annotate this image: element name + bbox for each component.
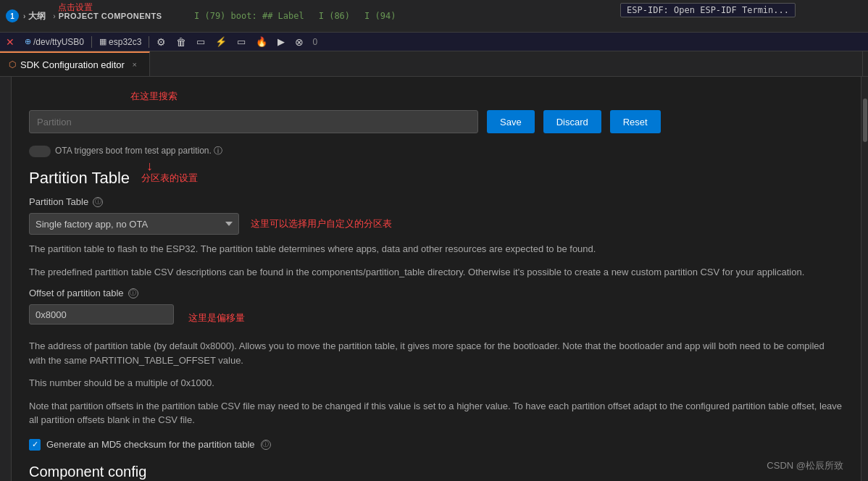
status-error-icon[interactable]: ✕	[3, 36, 17, 48]
reset-button[interactable]: Reset	[610, 110, 661, 133]
chip-icon: ▦	[99, 37, 107, 46]
project-components-label: PROJECT COMPONENTS	[59, 12, 162, 20]
partition-desc-2: The predefined partition table CSV descr…	[29, 265, 843, 280]
offset-input-row: 这里是偏移量	[29, 304, 843, 332]
offset-input[interactable]	[29, 304, 174, 325]
top-code-area: I (79) boot: ## Label I (86) I (94) ESP-…	[188, 0, 868, 32]
partition-field-label: Partition Table ⓘ	[29, 196, 843, 207]
offset-desc-2: This number should be a multiple of 0x10…	[29, 376, 843, 390]
flash-btn[interactable]: ⚡	[212, 36, 230, 47]
gear-icon: ⚙	[157, 36, 166, 48]
trash-btn[interactable]: 🗑	[173, 36, 189, 48]
partition-dropdown[interactable]: Single factory app, no OTA Factory app, …	[29, 213, 239, 235]
search-section: 在这里搜索 Save Discard Reset	[29, 110, 843, 133]
component-config-title: Component config	[29, 464, 843, 480]
save-button[interactable]: Save	[487, 110, 535, 133]
monitor-icon: ▭	[237, 36, 246, 47]
status-device[interactable]: ⊕ /dev/ttyUSB0	[22, 37, 87, 47]
gear-btn[interactable]: ⚙	[154, 36, 169, 48]
rect-btn[interactable]: ▭	[193, 36, 208, 47]
md5-checkbox-row: ✓ Generate an MD5 checksum for the parti…	[29, 439, 843, 451]
play-icon: ▶	[277, 36, 285, 47]
partition-section-header: Partition Table 分区表的设置 ↓	[29, 169, 843, 188]
stop-btn[interactable]: ⊗	[292, 36, 306, 48]
usb-icon: ⊕	[25, 37, 31, 46]
partition-annotation: 分区表的设置	[141, 172, 198, 185]
status-chip[interactable]: ▦ esp32c3	[96, 37, 144, 47]
tree-arrow-icon: ›	[23, 12, 25, 20]
right-scrollbar[interactable]	[861, 77, 868, 481]
partition-info-icon[interactable]: ⓘ	[93, 197, 103, 207]
search-row: Save Discard Reset	[29, 110, 843, 133]
status-number: 0	[312, 37, 317, 47]
watermark: CSDN @松辰所致	[767, 459, 843, 472]
outline-tree-item[interactable]: › 大纲	[23, 10, 46, 22]
status-divider-1	[91, 36, 92, 48]
stop-icon: ⊗	[295, 36, 304, 48]
top-bar-left: 1 › 大纲 › PROJECT COMPONENTS 点击设置	[0, 0, 188, 32]
md5-checkbox[interactable]: ✓	[29, 439, 41, 451]
notification-badge: 1	[6, 9, 19, 22]
fire-btn[interactable]: 🔥	[253, 36, 270, 47]
discard-button[interactable]: Discard	[543, 110, 601, 133]
main-content: 在这里搜索 Save Discard Reset OTA triggers bo…	[0, 77, 868, 481]
esp-idf-tooltip[interactable]: ESP-IDF: Open ESP-IDF Termin...	[620, 3, 796, 17]
partition-field-text: Partition Table	[29, 196, 88, 207]
partition-table-title: Partition Table 分区表的设置	[29, 169, 843, 188]
offset-desc-1: The address of partition table (by defau…	[29, 339, 843, 367]
offset-label-text: Offset of partition table	[29, 288, 124, 298]
project-tree-item[interactable]: › PROJECT COMPONENTS	[53, 12, 162, 20]
chip-label: esp32c3	[109, 37, 141, 47]
device-label: /dev/ttyUSB0	[33, 37, 84, 47]
status-bar: ✕ ⊕ /dev/ttyUSB0 ▦ esp32c3 ⚙ 🗑 ▭ ⚡ ▭ 🔥 ▶…	[0, 33, 868, 51]
play-btn[interactable]: ▶	[275, 36, 288, 47]
trash-icon: 🗑	[176, 36, 186, 48]
search-annotation: 在这里搜索	[130, 90, 178, 103]
offset-annotation: 这里是偏移量	[188, 311, 245, 325]
offset-info-icon[interactable]: ⓘ	[128, 288, 138, 298]
md5-checkbox-label: Generate an MD5 checksum for the partiti…	[46, 439, 255, 450]
offset-field-label: Offset of partition table ⓘ	[29, 288, 843, 298]
project-arrow-icon: ›	[53, 12, 55, 20]
close-circle-icon: ✕	[6, 36, 14, 48]
ota-label: OTA triggers boot from test app partitio…	[55, 145, 222, 157]
checkmark-icon: ✓	[32, 440, 38, 449]
tab-spacer	[150, 51, 862, 76]
outline-label: 大纲	[28, 10, 46, 22]
ota-trigger-text: OTA triggers boot from test app partitio…	[29, 145, 843, 162]
partition-title-text: Partition Table	[29, 169, 130, 188]
offset-desc-3: Note that partition offsets in the parti…	[29, 399, 843, 427]
tab-close-btn[interactable]: ×	[129, 59, 141, 70]
monitor-btn[interactable]: ▭	[234, 36, 249, 47]
sdk-config-tab[interactable]: ⬡ SDK Configuration editor ×	[0, 51, 150, 76]
status-divider-2	[149, 36, 149, 48]
copy-icon: ▭	[196, 36, 205, 47]
top-bar: 1 › 大纲 › PROJECT COMPONENTS 点击设置 I (79) …	[0, 0, 868, 33]
md5-info-icon[interactable]: ⓘ	[261, 440, 271, 450]
scroll-thumb[interactable]	[863, 99, 867, 142]
search-input[interactable]	[29, 110, 478, 133]
partition-select-wrapper: Single factory app, no OTA Factory app, …	[29, 213, 843, 235]
code-line-94: I (94)	[364, 11, 396, 21]
tab-label: SDK Configuration editor	[20, 59, 125, 70]
code-line-79: I (79) boot: ## Label	[194, 11, 304, 21]
esp-idf-icon: ⬡	[9, 59, 16, 70]
code-line-86: I (86)	[319, 11, 350, 21]
tab-bar: ⬡ SDK Configuration editor ×	[0, 51, 868, 77]
fire-icon: 🔥	[256, 36, 267, 47]
tab-right-edge	[862, 51, 868, 76]
sidebar-stub	[0, 77, 12, 481]
flash-icon: ⚡	[215, 36, 227, 47]
dropdown-annotation: 这里可以选择用户自定义的分区表	[251, 217, 392, 230]
partition-desc-1: The partition table to flash to the ESP3…	[29, 242, 843, 256]
content-area: 在这里搜索 Save Discard Reset OTA triggers bo…	[12, 77, 861, 481]
